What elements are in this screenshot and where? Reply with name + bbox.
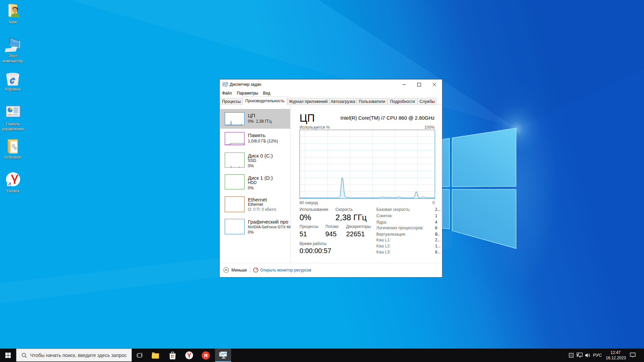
svg-text:Я: Я [204,353,208,358]
